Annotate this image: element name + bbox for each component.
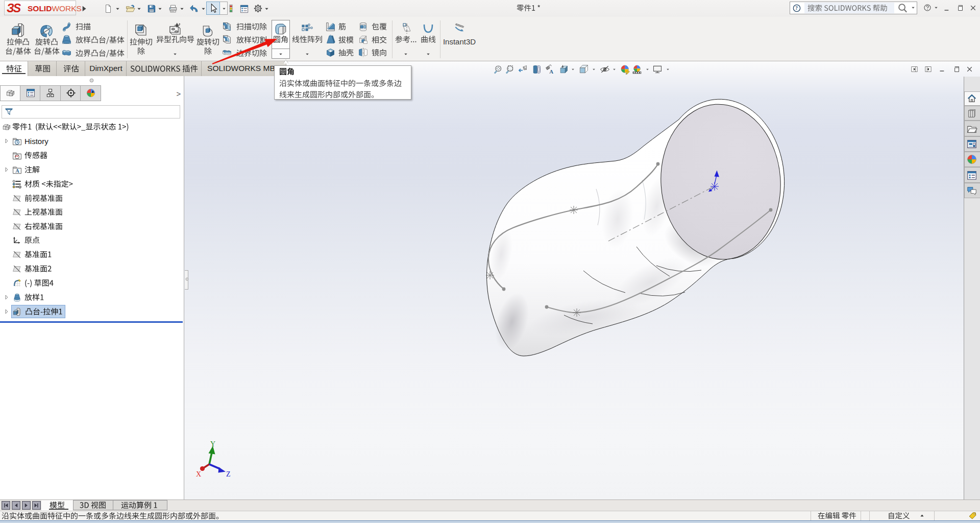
svg-text:Z: Z	[226, 470, 231, 478]
svg-text:?: ?	[795, 6, 798, 11]
svg-text:X: X	[196, 470, 201, 478]
svg-text:A: A	[15, 168, 19, 174]
svg-text:Y: Y	[210, 440, 215, 448]
